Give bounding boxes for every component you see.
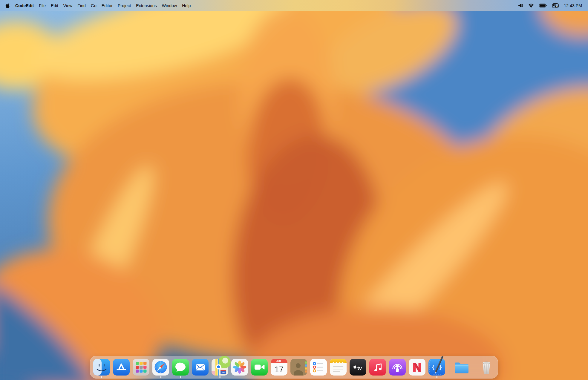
menu-window[interactable]: Window	[162, 3, 177, 8]
dock-item-contacts[interactable]	[290, 359, 307, 376]
desktop-wallpaper	[0, 0, 588, 380]
dock-item-mail[interactable]	[192, 359, 209, 376]
volume-icon[interactable]	[518, 3, 523, 8]
running-indicator	[436, 376, 438, 378]
dock-item-photos[interactable]	[231, 359, 248, 376]
news-icon	[409, 359, 425, 376]
dock-item-news[interactable]	[409, 359, 425, 376]
menu-edit[interactable]: Edit	[51, 3, 58, 8]
dock-item-facetime[interactable]	[251, 359, 268, 376]
calendar-month-label: JUL	[276, 360, 282, 363]
menu-help[interactable]: Help	[182, 3, 191, 8]
desktop[interactable]: CodeEdit File Edit View Find Go Editor P…	[0, 0, 588, 380]
launchpad-icon	[133, 359, 149, 376]
control-center-icon[interactable]	[552, 3, 559, 8]
dock-item-trash[interactable]	[478, 359, 495, 376]
menu-file[interactable]: File	[39, 3, 46, 8]
trash-icon	[478, 359, 495, 376]
dock-item-music[interactable]	[369, 359, 386, 376]
running-indicator	[219, 376, 221, 378]
apple-tv-icon: tv	[350, 359, 366, 376]
menu-find[interactable]: Find	[77, 3, 86, 8]
photos-icon	[231, 359, 248, 376]
app-store-icon	[113, 359, 130, 376]
contacts-icon	[290, 359, 307, 376]
running-indicator	[160, 376, 162, 378]
app-menu-title[interactable]: CodeEdit	[15, 3, 34, 8]
ventura-wallpaper-art	[0, 0, 588, 380]
dock-item-finder[interactable]	[93, 359, 110, 376]
dock-item-apple-tv[interactable]: tv	[350, 359, 366, 376]
menu-bar-clock[interactable]: 12:43 PM	[564, 3, 582, 8]
menu-bar: CodeEdit File Edit View Find Go Editor P…	[0, 0, 588, 11]
dock-item-safari[interactable]	[152, 359, 169, 376]
safari-icon	[152, 359, 169, 376]
dock-item-podcasts[interactable]	[389, 359, 406, 376]
menu-project[interactable]: Project	[118, 3, 131, 8]
codeedit-icon: { }	[428, 359, 445, 376]
notes-icon	[330, 359, 347, 376]
maps-shield-number: 280	[222, 371, 225, 373]
running-indicator	[180, 376, 181, 378]
dock-item-messages[interactable]	[172, 359, 189, 376]
dock-item-folder[interactable]	[453, 359, 470, 376]
dock-item-reminders[interactable]	[310, 359, 327, 376]
dock-item-calendar[interactable]: JUL 17	[271, 359, 287, 376]
messages-icon	[172, 359, 189, 376]
menu-go[interactable]: Go	[91, 3, 97, 8]
menu-view[interactable]: View	[63, 3, 73, 8]
calendar-icon: JUL 17	[271, 359, 287, 376]
wifi-icon[interactable]	[528, 3, 534, 8]
menu-editor[interactable]: Editor	[102, 3, 113, 8]
battery-icon[interactable]	[539, 4, 547, 7]
dock-divider	[474, 359, 474, 375]
finder-icon	[93, 359, 110, 376]
dock-divider	[449, 359, 449, 375]
mail-icon	[192, 359, 209, 376]
podcasts-icon	[389, 359, 406, 376]
dock-item-notes[interactable]	[330, 359, 347, 376]
music-icon	[369, 359, 386, 376]
running-indicator	[101, 376, 102, 378]
facetime-icon	[251, 359, 268, 376]
maps-icon: 280	[212, 359, 228, 376]
dock-item-codeedit[interactable]: { }	[428, 359, 445, 376]
apple-menu-icon[interactable]	[5, 3, 10, 8]
dock-item-maps[interactable]: 280	[212, 359, 228, 376]
calendar-day-label: 17	[275, 365, 284, 374]
apple-tv-label: tv	[357, 365, 362, 371]
dock: 280	[90, 356, 498, 379]
dock-item-app-store[interactable]	[113, 359, 130, 376]
dock-item-launchpad[interactable]	[133, 359, 149, 376]
reminders-icon	[310, 359, 327, 376]
menu-extensions[interactable]: Extensions	[136, 3, 157, 8]
folder-icon	[453, 359, 470, 376]
